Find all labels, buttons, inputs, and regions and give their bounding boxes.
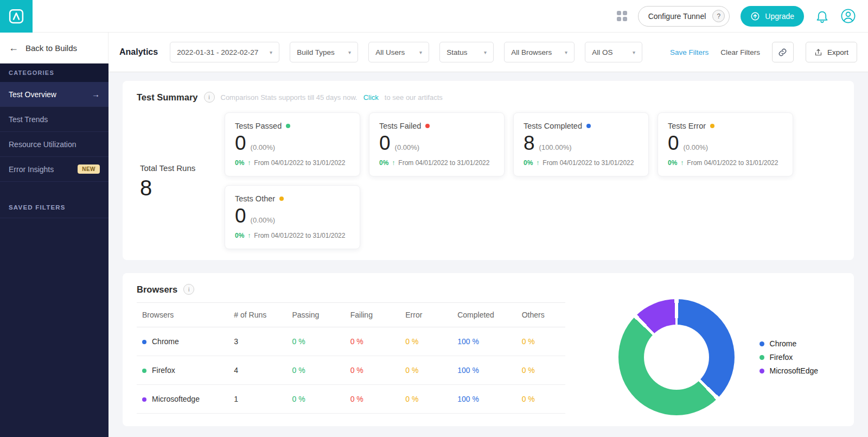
cell-passing: 0 % <box>286 327 344 356</box>
browser-name: Microsoftedge <box>152 395 200 403</box>
stat-card-tests-error: Tests Error0(0.00%)0%↑From 04/01/2022 to… <box>658 112 793 176</box>
cell-completed: 100 % <box>452 385 516 414</box>
stat-value: 0 <box>668 133 679 154</box>
total-test-runs-value: 8 <box>140 177 225 199</box>
browsers-chart: ChromeFirefoxMicrosoftEdge <box>608 295 840 415</box>
cell-runs: 1 <box>228 385 286 414</box>
test-summary-card: Test Summary i Comparison Stats supports… <box>123 81 854 260</box>
upgrade-label: Upgrade <box>765 12 794 21</box>
chevron-down-icon: ▾ <box>270 49 272 55</box>
notifications-bell-icon[interactable] <box>815 9 829 23</box>
browser-donut-chart[interactable] <box>618 299 735 415</box>
help-icon[interactable]: ? <box>712 10 725 22</box>
dropdown-value: Status <box>446 48 467 56</box>
column-header: Browsers <box>137 303 228 327</box>
cell-runs: 4 <box>228 356 286 385</box>
stat-value-row: 0(0.00%) <box>379 133 494 154</box>
cell-error: 0 % <box>400 356 452 385</box>
sidebar-item-label: Test Overview <box>9 90 56 99</box>
stat-card-label: Tests Error <box>668 122 706 130</box>
os-filter[interactable]: All OS▾ <box>585 42 642 62</box>
cell-browser: Microsoftedge <box>137 385 228 414</box>
sidebar-item-resource-utilization[interactable]: Resource Utilization <box>0 132 108 157</box>
total-test-runs-label: Total Test Runs <box>140 163 225 173</box>
filter-bar: Analytics 2022-01-31 - 2022-02-27▾Build … <box>108 33 868 72</box>
cell-error: 0 % <box>400 385 452 414</box>
stat-value-row: 0(0.00%) <box>235 133 350 154</box>
copy-link-button[interactable] <box>772 42 794 62</box>
configure-tunnel-label: Configure Tunnel <box>648 12 706 21</box>
upgrade-button[interactable]: Upgrade <box>741 6 804 27</box>
stat-card-label: Tests Passed <box>235 122 282 130</box>
sidebar-item-test-trends[interactable]: Test Trends <box>0 107 108 132</box>
arrow-up-icon: ↑ <box>247 232 251 239</box>
build-types-filter[interactable]: Build Types▾ <box>290 42 358 62</box>
status-filter[interactable]: Status▾ <box>439 42 494 62</box>
configure-tunnel-button[interactable]: Configure Tunnel ? <box>638 6 730 27</box>
upgrade-arrow-icon <box>750 11 760 21</box>
test-summary-title: Test Summary <box>137 92 198 103</box>
stat-card-tests-completed: Tests Completed8(100.00%)0%↑From 04/01/2… <box>513 112 649 176</box>
lambdatest-logo[interactable] <box>0 0 33 33</box>
main-content: Test Summary i Comparison Stats supports… <box>108 72 868 437</box>
date-range-text: From 04/01/2022 to 31/01/2022 <box>254 232 345 239</box>
browsers-table-body: Chrome30 %0 %0 %100 %0 %Firefox40 %0 %0 … <box>137 327 565 414</box>
cell-others: 0 % <box>516 385 565 414</box>
filter-actions: Save Filters Clear Filters Export <box>670 42 857 62</box>
legend-dot <box>760 369 764 373</box>
delta-value: 0% <box>668 159 677 167</box>
date-range-text: From 04/01/2022 to 31/01/2022 <box>687 159 778 167</box>
stat-value: 8 <box>524 133 535 154</box>
apps-grid-icon[interactable] <box>617 11 627 21</box>
logo-icon <box>8 8 24 24</box>
page-title: Analytics <box>119 47 158 57</box>
back-to-builds-label: Back to Builds <box>25 43 77 53</box>
legend-label: Firefox <box>770 353 793 362</box>
dropdown-value: Build Types <box>297 48 335 56</box>
stat-value-row: 8(100.00%) <box>524 133 639 154</box>
save-filters-link[interactable]: Save Filters <box>670 48 709 56</box>
stat-footer: 0%↑From 04/01/2022 to 31/01/2022 <box>379 159 494 167</box>
clear-filters-link[interactable]: Clear Filters <box>720 48 760 56</box>
dropdown-value: All Browsers <box>511 48 552 56</box>
cell-failing: 0 % <box>345 356 400 385</box>
chart-legend: ChromeFirefoxMicrosoftEdge <box>760 339 818 375</box>
date-range-text: From 04/01/2022 to 31/01/2022 <box>398 159 489 167</box>
info-icon[interactable]: i <box>204 92 215 103</box>
users-filter[interactable]: All Users▾ <box>368 42 429 62</box>
browsers-filter[interactable]: All Browsers▾ <box>504 42 575 62</box>
stat-card-tests-passed: Tests Passed0(0.00%)0%↑From 04/01/2022 t… <box>225 112 360 176</box>
delta-value: 0% <box>524 159 533 167</box>
browser-name: Chrome <box>152 337 179 346</box>
legend-label: MicrosoftEdge <box>770 366 818 375</box>
sidebar-item-label: Test Trends <box>9 115 48 124</box>
column-header: Failing <box>345 303 400 327</box>
categories-heading: CATEGORIES <box>0 64 108 82</box>
stat-card-title: Tests Completed <box>524 122 639 130</box>
browser-name: Firefox <box>152 366 175 375</box>
info-click-link[interactable]: Click <box>363 93 379 102</box>
info-icon[interactable]: i <box>183 284 194 295</box>
export-button[interactable]: Export <box>806 42 857 62</box>
dropdown-value: 2022-01-31 - 2022-02-27 <box>177 48 258 56</box>
sidebar-item-label: Resource Utilization <box>9 140 76 149</box>
arrow-up-icon: ↑ <box>247 159 251 167</box>
sidebar-item-label: Error Insights <box>9 165 54 174</box>
sidebar-item-error-insights[interactable]: Error InsightsNEW <box>0 157 108 182</box>
browsers-title: Browsers <box>137 284 177 295</box>
column-header: # of Runs <box>228 303 286 327</box>
back-to-builds[interactable]: ← Back to Builds <box>0 33 108 64</box>
column-header: Passing <box>286 303 344 327</box>
stat-value-row: 0(0.00%) <box>668 133 783 154</box>
topbar-actions: Configure Tunnel ? Upgrade <box>617 6 868 27</box>
sidebar-item-test-overview[interactable]: Test Overview→ <box>0 82 108 107</box>
cell-error: 0 % <box>400 327 452 356</box>
cell-passing: 0 % <box>286 385 344 414</box>
date-range-filter[interactable]: 2022-01-31 - 2022-02-27▾ <box>170 42 279 62</box>
column-header: Others <box>516 303 565 327</box>
user-avatar-icon[interactable] <box>840 8 856 24</box>
status-dot <box>279 197 284 201</box>
info-note-suffix: to see our artifacts <box>385 93 443 102</box>
status-dot <box>286 124 290 128</box>
arrow-right-icon: → <box>92 90 100 99</box>
